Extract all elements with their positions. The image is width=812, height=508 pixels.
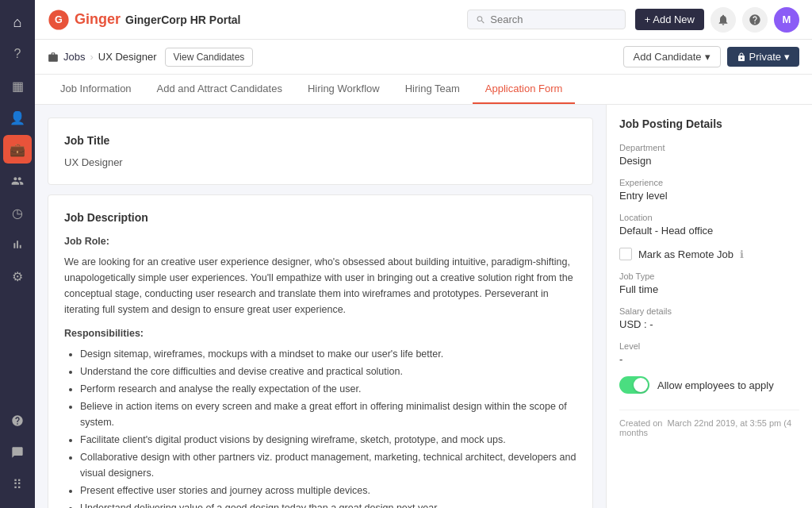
apps-icon[interactable]: ⠿ [3, 470, 32, 498]
corp-title: GingerCorp HR Portal [125, 13, 240, 26]
location-value: Default - Head office [619, 225, 799, 237]
home-icon[interactable]: ⌂ [3, 8, 32, 37]
list-item: Collaborative design with other partners… [80, 449, 576, 481]
settings-icon[interactable]: ⚙ [3, 262, 32, 291]
job-type-label: Job Type [619, 271, 799, 281]
subnav-right: Add Candidate ▾ Private ▾ [623, 46, 799, 67]
allow-employees-toggle[interactable] [619, 376, 649, 394]
current-page: UX Designer [98, 51, 157, 63]
ginger-logo-icon: G [48, 9, 70, 31]
level-value: - [619, 353, 799, 365]
private-dropdown-icon: ▾ [784, 51, 790, 63]
topnav-actions: + Add New M [635, 7, 799, 33]
tab-attract-candidates[interactable]: Add and Attract Candidates [144, 75, 295, 104]
briefcase-icon[interactable]: 💼 [3, 135, 32, 164]
allow-employees-label: Allow employees to apply [657, 379, 774, 391]
user-avatar[interactable]: M [774, 7, 799, 33]
breadcrumb: Jobs › UX Designer [48, 51, 157, 63]
tab-application-form[interactable]: Application Form [473, 75, 576, 104]
job-title-heading: Job Title [64, 134, 576, 147]
breadcrumb-sep: › [90, 51, 93, 63]
info-icon: ℹ [740, 248, 744, 260]
level-label: Level [619, 341, 799, 351]
add-new-button[interactable]: + Add New [635, 9, 704, 30]
tab-hiring-team[interactable]: Hiring Team [393, 75, 473, 104]
department-label: Department [619, 143, 799, 152]
view-candidates-button[interactable]: View Candidates [165, 48, 254, 67]
list-item: Design sitemap, wireframes, mockups with… [80, 346, 576, 362]
chart-icon[interactable] [3, 230, 32, 259]
clock-icon[interactable]: ◷ [3, 198, 32, 227]
person-icon[interactable]: 👤 [3, 103, 32, 132]
search-box[interactable] [467, 10, 626, 29]
remote-checkbox[interactable] [619, 248, 632, 260]
private-button[interactable]: Private ▾ [727, 47, 799, 67]
department-value: Design [619, 155, 799, 167]
lock-icon [737, 52, 746, 62]
job-description-heading: Job Description [64, 211, 576, 224]
list-item: Present effective user stories and journ… [80, 483, 576, 498]
list-item: Understand the core difficulties and dev… [80, 364, 576, 379]
salary-detail: Salary details USD : - [619, 306, 799, 330]
job-description-body: Job Role: We are looking for an creative… [64, 233, 576, 508]
experience-detail: Experience Entry level [619, 178, 799, 202]
salary-value: USD : - [619, 318, 799, 330]
right-panel-title: Job Posting Details [619, 117, 799, 130]
toggle-knob [634, 378, 648, 392]
remote-job-row: Mark as Remote Job ℹ [619, 248, 799, 260]
dropdown-arrow-icon: ▾ [705, 51, 710, 63]
help-circle-icon[interactable] [3, 406, 32, 435]
ginger-brand: Ginger [75, 11, 121, 28]
jobs-icon [48, 52, 59, 63]
sidebar: ⌂ ? ▦ 👤 💼 ◷ ⚙ ⠿ [0, 0, 35, 508]
tab-job-information[interactable]: Job Information [48, 75, 144, 104]
experience-label: Experience [619, 178, 799, 187]
notifications-icon[interactable] [710, 7, 736, 33]
right-panel: Job Posting Details Department Design Ex… [606, 105, 812, 508]
allow-employees-row: Allow employees to apply [619, 376, 799, 394]
remote-label: Mark as Remote Job [638, 248, 733, 260]
job-type-value: Full time [619, 283, 799, 295]
job-title-section: Job Title UX Designer [48, 117, 593, 185]
list-item: Facilitate client's digital product visi… [80, 432, 576, 448]
list-item: Perform research and analyse the really … [80, 381, 576, 397]
location-detail: Location Default - Head office [619, 213, 799, 237]
salary-label: Salary details [619, 306, 799, 316]
subnav: Jobs › UX Designer View Candidates Add C… [35, 40, 812, 75]
job-description-section: Job Description Job Role: We are looking… [48, 194, 593, 508]
main-wrapper: G Ginger GingerCorp HR Portal + Add New … [35, 0, 812, 508]
message-icon[interactable] [3, 438, 32, 467]
content-area: Job Title UX Designer Job Description Jo… [35, 105, 812, 508]
experience-value: Entry level [619, 190, 799, 202]
add-candidate-button[interactable]: Add Candidate ▾ [623, 46, 721, 67]
department-detail: Department Design [619, 143, 799, 167]
list-item: Understand delivering value of a good de… [80, 500, 576, 508]
created-on: Created on March 22nd 2019, at 3:55 pm (… [619, 410, 799, 437]
team-icon[interactable] [3, 167, 32, 195]
search-icon [476, 14, 486, 25]
level-detail: Level - [619, 341, 799, 365]
search-input[interactable] [490, 13, 616, 25]
main-content: Job Title UX Designer Job Description Jo… [35, 105, 606, 508]
location-label: Location [619, 213, 799, 222]
logo: G Ginger GingerCorp HR Portal [48, 9, 240, 31]
list-item: Believe in action items on every screen … [80, 398, 576, 430]
grid-icon[interactable]: ▦ [3, 71, 32, 100]
tabs-bar: Job Information Add and Attract Candidat… [35, 75, 812, 105]
jobs-link[interactable]: Jobs [63, 51, 85, 63]
job-type-detail: Job Type Full time [619, 271, 799, 295]
tab-hiring-workflow[interactable]: Hiring Workflow [295, 75, 393, 104]
svg-text:G: G [55, 14, 63, 25]
help-icon[interactable] [742, 7, 768, 33]
job-title-value: UX Designer [64, 156, 576, 168]
help-icon[interactable]: ? [3, 40, 32, 68]
topnav: G Ginger GingerCorp HR Portal + Add New … [35, 0, 812, 40]
